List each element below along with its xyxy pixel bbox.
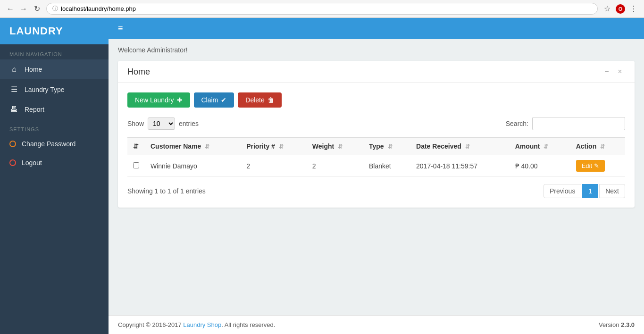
logout-icon	[9, 159, 16, 166]
card-title: Home	[127, 67, 150, 77]
th-action-label: Action	[576, 142, 597, 150]
copyright-text: Copyright © 2016-2017	[118, 321, 183, 328]
footer-version: Version 2.3.0	[599, 321, 635, 328]
sidebar-item-laundry-type[interactable]: ☰ Laundry Type	[0, 79, 109, 100]
showing-text: Showing 1 to 1 of 1 entries	[127, 187, 206, 195]
th-date-label: Date Received	[416, 142, 461, 150]
entries-label: entries	[179, 120, 199, 127]
sidebar: LAUNDRY MAIN NAVIGATION ⌂ Home ☰ Laundry…	[0, 18, 109, 334]
browser-actions: ☆ O ⋮	[602, 3, 639, 15]
card-header: Home − ×	[118, 61, 635, 83]
bookmark-button[interactable]: ☆	[602, 3, 613, 15]
sort-priority-icon: ⇵	[279, 143, 284, 150]
version-number: 2.3.0	[621, 321, 635, 328]
settings-label: SETTINGS	[0, 119, 109, 134]
footer-rights: . All rights reserved.	[221, 321, 275, 328]
row-type: Blanket	[363, 155, 410, 177]
th-date-received[interactable]: Date Received ⇵	[410, 138, 510, 155]
table-header-row: ⇵ Customer Name ⇵ Priority # ⇵	[127, 138, 625, 155]
sidebar-item-home[interactable]: ⌂ Home	[0, 59, 109, 79]
close-button[interactable]: ×	[615, 67, 625, 77]
row-checkbox-cell	[127, 155, 145, 177]
action-buttons: New Laundry ✚ Claim ✔ Delete 🗑	[127, 92, 625, 108]
trash-icon: 🗑	[268, 96, 274, 104]
home-card: Home − × New Laundry ✚ Claim	[118, 61, 635, 208]
report-label: Report	[25, 106, 44, 113]
app-wrapper: LAUNDRY MAIN NAVIGATION ⌂ Home ☰ Laundry…	[0, 18, 644, 334]
claim-label: Claim	[201, 96, 218, 104]
lock-icon: ⓘ	[52, 5, 58, 13]
delete-label: Delete	[245, 96, 264, 104]
hamburger-icon[interactable]: ≡	[118, 24, 123, 33]
version-label: Version	[599, 321, 619, 328]
footer-brand-link[interactable]: Laundry Shop	[183, 321, 221, 328]
welcome-text: Welcome Administrator!	[118, 46, 635, 54]
new-laundry-label: New Laundry	[135, 96, 174, 104]
th-amount[interactable]: Amount ⇵	[510, 138, 570, 155]
change-password-icon	[9, 141, 16, 147]
claim-button[interactable]: Claim ✔	[194, 92, 234, 108]
sort-amount-icon: ⇵	[544, 143, 548, 150]
sidebar-logo: LAUNDRY	[0, 18, 109, 44]
forward-button[interactable]: →	[18, 3, 29, 15]
th-type-label: Type	[369, 142, 384, 150]
address-bar[interactable]: ⓘ	[46, 3, 598, 15]
menu-button[interactable]: ⋮	[628, 3, 639, 15]
pagination-area: Showing 1 to 1 of 1 entries Previous 1 N…	[127, 184, 625, 198]
delete-button[interactable]: Delete 🗑	[238, 92, 281, 108]
sidebar-item-logout[interactable]: Logout	[0, 153, 109, 172]
plus-circle-icon: ✚	[177, 96, 183, 104]
previous-button[interactable]: Previous	[544, 184, 581, 198]
browser-chrome: ← → ↻ ⓘ ☆ O ⋮	[0, 0, 644, 18]
row-action: Edit ✎	[570, 155, 625, 177]
row-customer-name: Winnie Damayo	[145, 155, 241, 177]
back-button[interactable]: ←	[5, 3, 16, 15]
table-head: ⇵ Customer Name ⇵ Priority # ⇵	[127, 138, 625, 155]
th-amount-label: Amount	[515, 142, 540, 150]
laundry-type-icon: ☰	[9, 85, 19, 94]
row-checkbox-0[interactable]	[133, 162, 139, 168]
sort-icon: ⇵	[133, 142, 139, 150]
row-date-received: 2017-04-18 11:59:57	[410, 155, 510, 177]
edit-button-0[interactable]: Edit ✎	[576, 160, 605, 172]
edit-icon: ✎	[594, 162, 599, 169]
main-nav-label: MAIN NAVIGATION	[0, 44, 109, 59]
sort-customer-icon: ⇵	[205, 143, 209, 150]
table-body: Winnie Damayo 2 2 Blanket 2017-04-18 11:…	[127, 155, 625, 177]
show-label: Show	[127, 120, 144, 127]
new-laundry-button[interactable]: New Laundry ✚	[127, 92, 190, 108]
minimize-button[interactable]: −	[602, 67, 612, 77]
card-body: New Laundry ✚ Claim ✔ Delete 🗑	[118, 83, 635, 208]
reload-button[interactable]: ↻	[31, 3, 42, 15]
page-1-button[interactable]: 1	[582, 184, 598, 198]
footer-copyright: Copyright © 2016-2017 Laundry Shop. All …	[118, 321, 275, 328]
th-weight[interactable]: Weight ⇵	[307, 138, 363, 155]
search-input[interactable]	[532, 117, 625, 130]
th-priority[interactable]: Priority # ⇵	[241, 138, 307, 155]
th-priority-label: Priority #	[246, 142, 275, 150]
main-content: ≡ Welcome Administrator! Home − ×	[109, 18, 644, 334]
entries-select[interactable]: 10 25 50 100	[148, 117, 175, 130]
th-checkbox: ⇵	[127, 138, 145, 155]
footer: Copyright © 2016-2017 Laundry Shop. All …	[109, 315, 644, 334]
th-action[interactable]: Action ⇵	[570, 138, 625, 155]
sort-date-icon: ⇵	[465, 143, 470, 150]
sort-action-icon: ⇵	[600, 143, 605, 150]
th-customer-name[interactable]: Customer Name ⇵	[145, 138, 241, 155]
next-button[interactable]: Next	[599, 184, 625, 198]
topbar: ≡	[109, 18, 644, 39]
th-weight-label: Weight	[312, 142, 334, 150]
browser-nav-buttons: ← → ↻	[5, 3, 42, 15]
th-type[interactable]: Type ⇵	[363, 138, 410, 155]
check-circle-icon: ✔	[221, 96, 226, 104]
sort-weight-icon: ⇵	[338, 143, 343, 150]
sidebar-item-report[interactable]: 🖶 Report	[0, 100, 109, 119]
url-input[interactable]	[61, 5, 592, 12]
sidebar-item-change-password[interactable]: Change Password	[0, 134, 109, 153]
home-icon: ⌂	[9, 65, 19, 74]
table-row: Winnie Damayo 2 2 Blanket 2017-04-18 11:…	[127, 155, 625, 177]
report-icon: 🖶	[9, 105, 19, 114]
laundry-type-label: Laundry Type	[25, 86, 65, 93]
row-weight: 2	[307, 155, 363, 177]
row-amount: ₱ 40.00	[510, 155, 570, 177]
